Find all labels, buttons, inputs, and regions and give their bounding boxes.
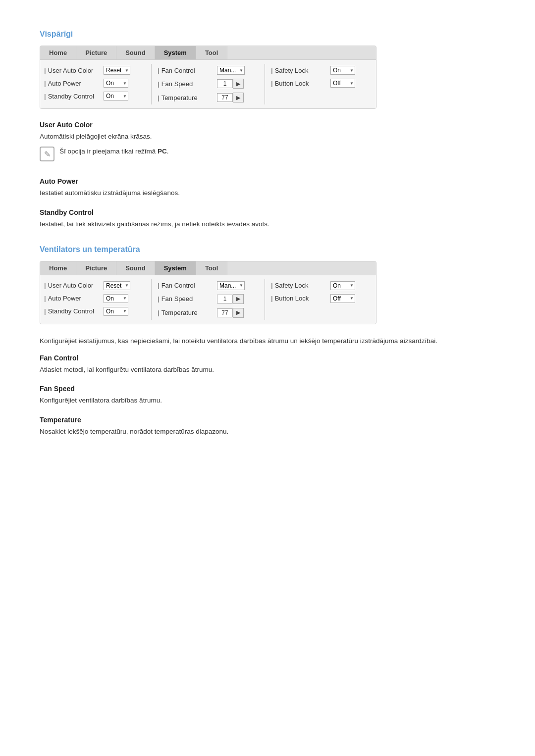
auto-power-body: Iestatiet automātisku izstrādājuma ieslē… [40,188,495,198]
fan-button-lock-label: Button Lock [271,295,330,302]
fan-menu-row-standby-control: Standby Control On [44,305,145,318]
menu-tabs-bar: Home Picture Sound System Tool [40,46,376,60]
user-auto-color-note: Šī opcija ir pieejama tikai režīmā PC. [59,147,169,156]
menu-row-standby-control: Standby Control On [44,90,145,102]
fan-control-subtitle: Fan Control [40,354,495,362]
menu-row-safety-lock: Safety Lock On [271,64,372,77]
fan-standby-control-label: Standby Control [44,307,104,315]
fan-menu-row-fan-speed: Fan Speed 1 ▶ [158,292,259,306]
user-auto-color-control[interactable]: Reset [104,66,130,75]
fan-button-lock-control[interactable]: Off [330,294,355,303]
fan-auto-power-control[interactable]: On [104,294,128,303]
fan-user-auto-color-select[interactable]: Reset [104,281,130,290]
safety-lock-select[interactable]: On [330,66,355,75]
temperature-control: 77 ▶ [217,93,244,102]
fan-control-section: Fan Control Atlasiet metodi, lai konfigu… [40,354,495,375]
fan-safety-lock-control[interactable]: On [330,281,355,290]
fan-fan-speed-value: 1 [217,295,233,303]
temperature-label: Temperature [158,94,217,101]
tab-sound[interactable]: Sound [116,46,155,59]
tab-tool[interactable]: Tool [196,46,227,59]
standby-control-control[interactable]: On [104,92,128,101]
fan-col-divider-2 [265,279,265,320]
fan-speed-control: 1 ▶ [217,79,244,89]
fan-auto-power-select[interactable]: On [104,294,128,303]
menu-row-user-auto-color: User Auto Color Reset [44,64,145,77]
auto-power-section: Auto Power Iestatiet automātisku izstrād… [40,177,495,198]
fan-intro-text: Konfigurējiet iestatījumus, kas nepiecie… [40,336,495,346]
temperature-value: 77 [217,93,233,102]
menu-row-fan-speed: Fan Speed 1 ▶ [158,77,259,91]
fan-menu-col-1: User Auto Color Reset Auto Power On [40,279,149,320]
button-lock-select[interactable]: Off [330,79,355,88]
general-section: Vispārīgi Home Picture Sound System Tool… [40,30,495,229]
button-lock-label: Button Lock [271,80,330,87]
fan-standby-control-select[interactable]: On [104,307,128,316]
standby-control-section: Standby Control Iestatiet, lai tiek akti… [40,208,495,229]
fan-fan-speed-label: Fan Speed [158,295,217,302]
fan-menu-row-safety-lock: Safety Lock On [271,279,372,292]
menu-row-fan-control: Fan Control Man... [158,64,259,77]
standby-control-select[interactable]: On [104,92,128,101]
temperature-next-btn[interactable]: ▶ [233,93,244,102]
fan-safety-lock-select[interactable]: On [330,281,355,290]
fan-user-auto-color-control[interactable]: Reset [104,281,130,290]
fan-fan-control-select[interactable]: Man... [217,281,245,290]
user-auto-color-subtitle: User Auto Color [40,121,495,129]
tab-home[interactable]: Home [40,46,76,59]
fan-fan-control-label: Fan Control [158,282,217,289]
fan-fan-control-control[interactable]: Man... [217,281,245,290]
user-auto-color-section: User Auto Color Automātiski pielāgojiet … [40,121,495,161]
fan-button-lock-select[interactable]: Off [330,294,355,303]
fan-user-auto-color-label: User Auto Color [44,282,104,289]
menu-row-auto-power: Auto Power On [44,77,145,90]
tab-picture[interactable]: Picture [76,46,116,59]
fan-menu-row-fan-control: Fan Control Man... [158,279,259,292]
user-auto-color-select[interactable]: Reset [104,66,130,75]
fan-speed-subtitle: Fan Speed [40,385,495,393]
col-divider-1 [151,64,152,104]
fan-control-control[interactable]: Man... [217,66,245,75]
menu-row-temperature: Temperature 77 ▶ [158,91,259,104]
temperature-section: Temperature Nosakiet iekšējo temperatūru… [40,416,495,437]
menu-body: User Auto Color Reset Auto Power On [40,60,376,108]
general-menu-ui: Home Picture Sound System Tool User Auto… [40,46,376,109]
fan-tab-sound[interactable]: Sound [116,261,155,275]
auto-power-subtitle: Auto Power [40,177,495,185]
fan-menu-row-auto-power: Auto Power On [44,292,145,305]
fan-menu-col-2: Fan Control Man... Fan Speed 1 ▶ Tem [154,279,263,320]
fan-fan-speed-control: 1 ▶ [217,294,244,304]
fan-tab-picture[interactable]: Picture [76,261,116,275]
user-auto-color-body: Automātiski pielāgojiet ekrāna krāsas. [40,132,495,142]
fan-tab-tool[interactable]: Tool [196,261,227,275]
standby-control-body: Iestatiet, lai tiek aktivizēts gaidīšana… [40,219,495,229]
standby-control-label: Standby Control [44,93,104,100]
fan-control-select[interactable]: Man... [217,66,245,75]
fan-menu-tabs-bar: Home Picture Sound System Tool [40,261,376,275]
safety-lock-control[interactable]: On [330,66,355,75]
user-auto-color-label: User Auto Color [44,67,104,74]
button-lock-control[interactable]: Off [330,79,355,88]
menu-col-3: Safety Lock On Button Lock Off [267,64,376,104]
fan-tab-system[interactable]: System [155,261,196,275]
fan-menu-row-temperature: Temperature 77 ▶ [158,306,259,320]
fan-temperature-next-btn[interactable]: ▶ [233,308,244,318]
fan-menu-row-user-auto-color: User Auto Color Reset [44,279,145,292]
tab-system[interactable]: System [155,46,196,59]
fan-speed-value: 1 [217,79,233,88]
fan-menu-body: User Auto Color Reset Auto Power On [40,275,376,324]
temperature-subtitle: Temperature [40,416,495,424]
menu-col-1: User Auto Color Reset Auto Power On [40,64,149,104]
auto-power-select[interactable]: On [104,79,128,88]
fan-tab-home[interactable]: Home [40,261,76,275]
fan-speed-next-btn[interactable]: ▶ [233,79,244,89]
auto-power-control[interactable]: On [104,79,128,88]
fan-control-label: Fan Control [158,67,217,74]
fan-temperature-value: 77 [217,308,233,317]
fan-speed-section: Fan Speed Konfigurējiet ventilatora darb… [40,385,495,405]
fan-standby-control-control[interactable]: On [104,307,128,316]
fan-auto-power-label: Auto Power [44,295,104,302]
fan-fan-speed-next-btn[interactable]: ▶ [233,294,244,304]
auto-power-label: Auto Power [44,80,104,87]
fan-menu-ui: Home Picture Sound System Tool User Auto… [40,261,376,324]
